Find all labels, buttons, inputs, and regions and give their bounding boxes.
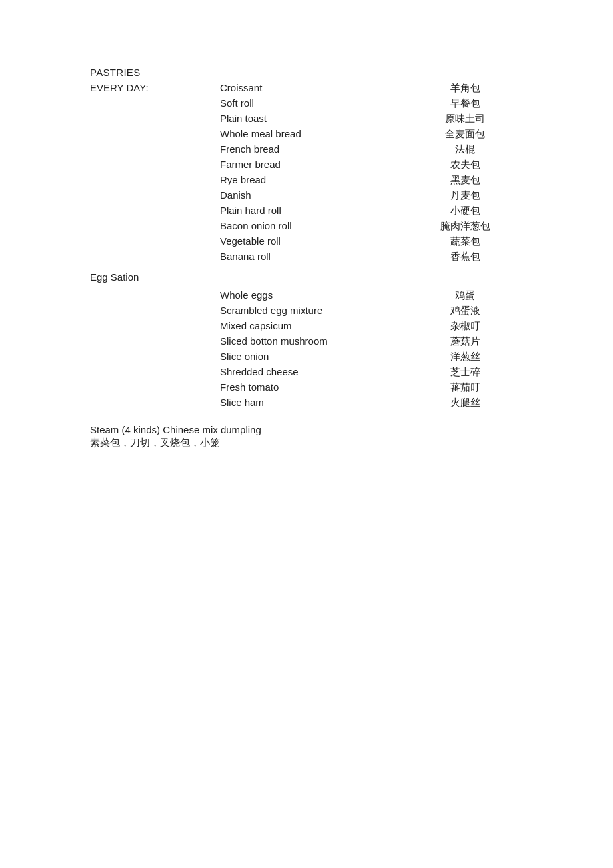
- item-chinese-7: 丹麦包: [408, 188, 523, 203]
- steam-chinese-line: 素菜包，刀切，叉烧包，小笼: [90, 437, 523, 449]
- egg-english-6: Fresh tomato: [220, 380, 408, 395]
- egg-table: Whole eggs 鸡蛋 Scrambled egg mixture 鸡蛋液 …: [90, 288, 523, 411]
- table-row: Mixed capsicum 杂椒叮: [90, 319, 523, 334]
- egg-chinese-7: 火腿丝: [408, 395, 523, 411]
- egg-english-5: Shredded cheese: [220, 365, 408, 380]
- table-row: Farmer bread 农夫包: [90, 157, 523, 173]
- table-row: Whole meal bread 全麦面包: [90, 127, 523, 142]
- egg-english-4: Slice onion: [220, 349, 408, 365]
- pastries-header: PASTRIES: [90, 67, 523, 78]
- pastries-table: EVERY DAY: Croissant 羊角包 Soft roll 早餐包 P…: [90, 81, 523, 265]
- item-english-7: Danish: [220, 188, 408, 203]
- item-english-5: Farmer bread: [220, 157, 408, 173]
- egg-station-label: Egg Sation: [90, 271, 523, 283]
- item-english-0: Croissant: [220, 81, 408, 96]
- table-row: Soft roll 早餐包: [90, 96, 523, 111]
- item-english-1: Soft roll: [220, 96, 408, 111]
- table-row: Slice ham 火腿丝: [90, 395, 523, 411]
- table-row: Sliced botton mushroom 蘑菇片: [90, 334, 523, 349]
- table-row: EVERY DAY: Croissant 羊角包: [90, 81, 523, 96]
- egg-chinese-4: 洋葱丝: [408, 349, 523, 365]
- table-row: Plain hard roll 小硬包: [90, 203, 523, 219]
- egg-english-2: Mixed capsicum: [220, 319, 408, 334]
- table-row: Rye bread 黑麦包: [90, 173, 523, 188]
- table-row: Danish 丹麦包: [90, 188, 523, 203]
- item-chinese-8: 小硬包: [408, 203, 523, 219]
- item-chinese-10: 蔬菜包: [408, 234, 523, 249]
- table-row: Vegetable roll 蔬菜包: [90, 234, 523, 249]
- table-row: Banana roll 香蕉包: [90, 249, 523, 265]
- egg-chinese-2: 杂椒叮: [408, 319, 523, 334]
- egg-english-7: Slice ham: [220, 395, 408, 411]
- item-chinese-11: 香蕉包: [408, 249, 523, 265]
- table-row: Plain toast 原味土司: [90, 111, 523, 127]
- table-row: Fresh tomato 蕃茄叮: [90, 380, 523, 395]
- item-chinese-4: 法棍: [408, 142, 523, 157]
- egg-chinese-5: 芝士碎: [408, 365, 523, 380]
- table-row: Scrambled egg mixture 鸡蛋液: [90, 303, 523, 319]
- item-chinese-0: 羊角包: [408, 81, 523, 96]
- table-row: Slice onion 洋葱丝: [90, 349, 523, 365]
- table-row: Whole eggs 鸡蛋: [90, 288, 523, 303]
- item-english-8: Plain hard roll: [220, 203, 408, 219]
- item-english-9: Bacon onion roll: [220, 219, 408, 234]
- egg-english-0: Whole eggs: [220, 288, 408, 303]
- egg-chinese-1: 鸡蛋液: [408, 303, 523, 319]
- egg-english-3: Sliced botton mushroom: [220, 334, 408, 349]
- egg-chinese-3: 蘑菇片: [408, 334, 523, 349]
- table-row: French bread 法棍: [90, 142, 523, 157]
- item-chinese-2: 原味土司: [408, 111, 523, 127]
- item-english-6: Rye bread: [220, 173, 408, 188]
- item-chinese-6: 黑麦包: [408, 173, 523, 188]
- item-chinese-5: 农夫包: [408, 157, 523, 173]
- egg-english-1: Scrambled egg mixture: [220, 303, 408, 319]
- item-english-2: Plain toast: [220, 111, 408, 127]
- item-chinese-3: 全麦面包: [408, 127, 523, 142]
- steam-english-line: Steam (4 kinds) Chinese mix dumpling: [90, 424, 523, 435]
- egg-chinese-6: 蕃茄叮: [408, 380, 523, 395]
- table-row: Shredded cheese 芝士碎: [90, 365, 523, 380]
- item-english-3: Whole meal bread: [220, 127, 408, 142]
- item-english-10: Vegetable roll: [220, 234, 408, 249]
- page-content: PASTRIES EVERY DAY: Croissant 羊角包 Soft r…: [90, 67, 523, 449]
- item-english-4: French bread: [220, 142, 408, 157]
- item-chinese-1: 早餐包: [408, 96, 523, 111]
- item-chinese-9: 腌肉洋葱包: [408, 219, 523, 234]
- egg-chinese-0: 鸡蛋: [408, 288, 523, 303]
- steam-section: Steam (4 kinds) Chinese mix dumpling 素菜包…: [90, 424, 523, 449]
- item-english-11: Banana roll: [220, 249, 408, 265]
- every-day-label: EVERY DAY:: [90, 81, 220, 96]
- table-row: Bacon onion roll 腌肉洋葱包: [90, 219, 523, 234]
